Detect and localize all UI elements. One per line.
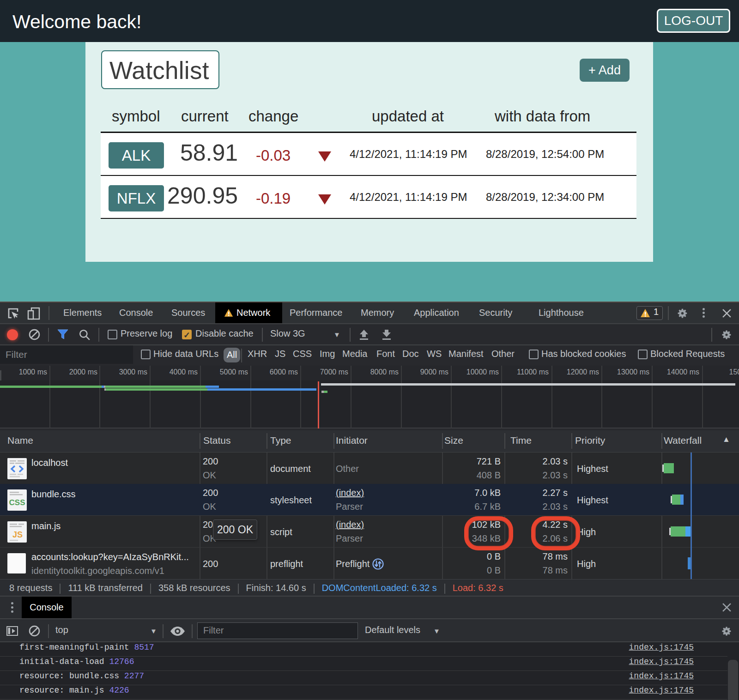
svg-text:CSS: CSS (9, 498, 25, 507)
svg-text:JS: JS (12, 530, 23, 539)
